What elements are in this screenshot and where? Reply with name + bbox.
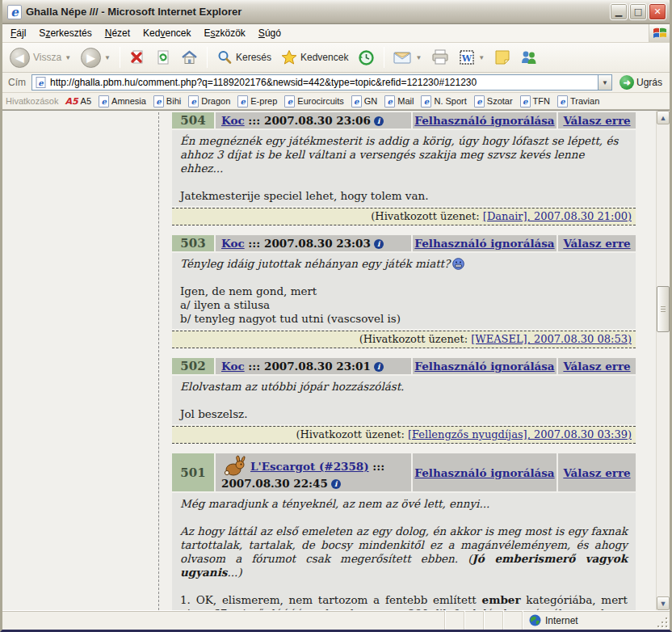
link-item[interactable]: eMail [384, 95, 414, 107]
menu-fájl[interactable]: Fájl [4, 25, 32, 41]
windows-logo-icon [649, 24, 670, 42]
link-item[interactable]: eGN [351, 95, 378, 107]
link-item-label: N. Sport [434, 96, 466, 106]
post-paragraph: Még maradjunk a tényeknél, az nem az övé… [180, 497, 628, 511]
scrollbar-thumb[interactable] [657, 286, 670, 332]
home-button[interactable] [177, 48, 202, 67]
link-item[interactable]: eSzotar [474, 95, 513, 107]
menu-kedvencek[interactable]: Kedvencek [136, 25, 197, 41]
ignore-user-link[interactable]: Felhasználó ignorálása [414, 237, 554, 250]
close-button[interactable]: ✕ [649, 3, 666, 20]
reply-link[interactable]: Válasz erre [563, 466, 630, 479]
link-item[interactable]: eTravian [557, 95, 599, 107]
print-button[interactable] [427, 48, 453, 67]
link-item-label: TFN [533, 96, 550, 106]
post-author-cell: L'Escargot (#2358) ::: 2007.08.30 22:45i [216, 453, 411, 491]
scroll-up-button[interactable]: ▲ [657, 111, 670, 124]
info-icon[interactable]: i [374, 362, 384, 372]
post-paragraph: Elolvastam az utóbbi jópár hozzászólást. [180, 380, 628, 394]
ignore-user-link[interactable]: Felhasználó ignorálása [414, 114, 554, 127]
url-text[interactable]: http://ghalla.pbm.hu/comment.php?q=11892… [50, 77, 598, 88]
menu-súgó[interactable]: Súgó [252, 25, 288, 41]
author-link[interactable]: Koc [221, 360, 245, 373]
reply-link[interactable]: Válasz erre [563, 114, 630, 127]
a5-logo-icon: A5 [65, 97, 78, 106]
post-number: 501 [172, 453, 214, 491]
link-item[interactable]: eN. Sport [421, 95, 466, 107]
menu-eszközök[interactable]: Eszközök [197, 25, 251, 41]
scrollbar-track[interactable] [657, 124, 670, 596]
link-item[interactable]: eBihi [153, 95, 181, 107]
print-icon [431, 49, 449, 65]
stop-button[interactable] [125, 48, 149, 67]
menu-szerkesztés[interactable]: Szerkesztés [32, 25, 98, 41]
link-item[interactable]: eEurocircuits [284, 95, 343, 107]
search-button[interactable]: Keresés [212, 48, 275, 67]
messenger-button[interactable] [516, 48, 542, 67]
go-button[interactable]: ➜ Ugrás [615, 74, 666, 91]
link-item-label: Amnesia [111, 96, 146, 106]
post-body: Tényleg idáig jutottak néhányan egy játé… [172, 253, 636, 329]
history-button[interactable] [354, 48, 379, 68]
info-icon[interactable]: i [331, 479, 341, 489]
status-bar: Internet [2, 610, 670, 630]
quoted-message-link[interactable]: [Danair], 2007.08.30 21:00) [483, 210, 632, 222]
browser-window: e Ghalla Népe /// - Microsoft Internet E… [0, 0, 672, 632]
link-item[interactable]: A5A5 [65, 96, 91, 106]
link-item[interactable]: eDragon [188, 95, 230, 107]
reply-link[interactable]: Válasz erre [563, 237, 630, 250]
link-item[interactable]: eE-prep [237, 95, 277, 107]
rabbit-avatar-icon [221, 455, 246, 477]
window-title: Ghalla Népe /// - Microsoft Internet Exp… [26, 6, 610, 18]
svg-text:W: W [461, 53, 472, 64]
menu-items: FájlSzerkesztésNézetKedvencekEszközökSúg… [2, 24, 649, 42]
scroll-down-button[interactable]: ▼ [657, 596, 670, 610]
edit-button[interactable]: W ▼ [455, 48, 489, 67]
maximize-button[interactable]: □ [629, 3, 647, 20]
stop-icon [129, 49, 145, 65]
link-item[interactable]: eTFN [520, 95, 550, 107]
author-link[interactable]: Koc [221, 237, 245, 250]
address-input[interactable]: e http://ghalla.pbm.hu/comment.php?q=118… [32, 74, 612, 91]
link-page-icon: e [421, 95, 431, 107]
home-icon [181, 49, 198, 65]
favorites-button[interactable]: Kedvencek [277, 48, 352, 67]
info-icon[interactable]: i [374, 116, 384, 126]
forward-button[interactable]: ▶ ▼ [77, 46, 115, 70]
author-row: L'Escargot (#2358) ::: [221, 455, 405, 477]
minimize-button[interactable]: ▁ [610, 3, 628, 20]
author-link[interactable]: Koc [221, 114, 245, 127]
link-item-label: Szotar [487, 96, 513, 106]
link-page-icon: e [284, 95, 295, 107]
ignore-user-link[interactable]: Felhasználó ignorálása [414, 360, 554, 373]
edit-dropdown-icon[interactable]: ▼ [478, 54, 485, 61]
post-number: 504 [172, 112, 214, 129]
mail-button[interactable]: ▼ [389, 48, 426, 66]
mail-dropdown-icon[interactable]: ▼ [415, 54, 422, 61]
link-item[interactable]: eAmnesia [99, 95, 146, 107]
reply-cell: Válasz erre [558, 358, 636, 374]
quoted-message-link[interactable]: [Fellengzős nyugdíjas], 2007.08.30 03:39… [408, 428, 632, 440]
ignore-user-link[interactable]: Felhasználó ignorálása [414, 466, 554, 479]
forum-page: 504 Koc ::: 2007.08.30 23:06i Felhasznál… [2, 111, 656, 610]
link-page-icon: e [384, 95, 395, 107]
discuss-button[interactable] [490, 48, 514, 67]
link-page-icon: e [351, 95, 362, 107]
refresh-button[interactable] [151, 48, 175, 67]
reply-link[interactable]: Válasz erre [563, 360, 630, 373]
menu-nézet[interactable]: Nézet [99, 25, 136, 41]
forward-dropdown-icon[interactable]: ▼ [104, 54, 111, 61]
author-link[interactable]: L'Escargot (#2358) [250, 460, 369, 473]
back-dropdown-icon[interactable]: ▼ [65, 54, 71, 61]
resize-grip[interactable] [656, 611, 670, 630]
reply-cell: Válasz erre [558, 453, 636, 491]
info-icon[interactable]: i [374, 239, 384, 249]
quoted-message-link[interactable]: [WEASEL], 2007.08.30 08:53) [471, 333, 632, 345]
toolbar-separator [207, 47, 208, 68]
datetime-row: 2007.08.30 22:45i [221, 477, 405, 490]
back-button[interactable]: ◀ Vissza ▼ [6, 46, 75, 70]
links-bar: Hivatkozások A5A5eAmnesiaeBihieDragoneE-… [2, 93, 670, 110]
vertical-scrollbar[interactable]: ▲ ▼ [656, 111, 670, 610]
links-bar-label: Hivatkozások [6, 96, 58, 106]
address-dropdown-button[interactable]: ▼ [598, 75, 611, 90]
